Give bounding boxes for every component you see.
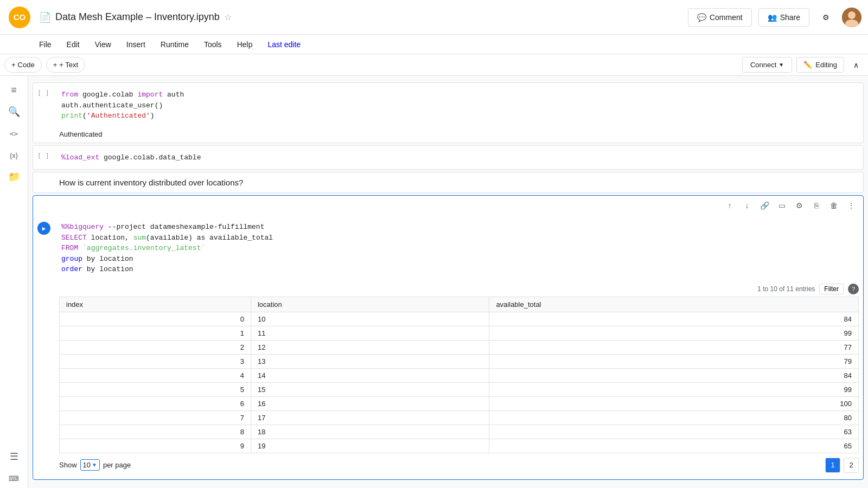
sidebar: ≡ 🔍 <> {x} 📁 ☰ ⌨ (0, 76, 28, 488)
svg-point-1 (848, 11, 856, 19)
menu-runtime[interactable]: Runtime (154, 38, 195, 51)
comment-button[interactable]: 💬 Comment (688, 8, 752, 27)
cell-bracket-bq: ▶ (37, 220, 59, 237)
share-button[interactable]: 👥 Share (758, 8, 809, 27)
expand-button[interactable]: ▭ (774, 198, 789, 213)
doc-title-area: 📄 Data Mesh Example – Inventory.ipynb ☆ (39, 11, 681, 23)
cell-available-total: 100 (489, 396, 859, 410)
help-icon[interactable]: ? (848, 284, 859, 294)
table-header-row: index location available_total (60, 297, 859, 312)
cell-location: 12 (251, 340, 489, 354)
per-page-label: per page (103, 461, 131, 469)
sidebar-variable-icon[interactable]: {x} (4, 145, 24, 165)
cell-index: 9 (60, 439, 251, 453)
cell-location: 15 (251, 382, 489, 396)
col-index: index (60, 297, 251, 312)
comment-icon: 💬 (697, 13, 706, 22)
cell-available-total: 65 (489, 439, 859, 453)
add-text-button[interactable]: + + Text (46, 57, 85, 73)
menu-help[interactable]: Help (231, 38, 259, 51)
more-button[interactable]: ⋮ (844, 198, 859, 213)
run-button[interactable]: ▶ (37, 222, 50, 235)
cell-text-question: How is current inventory distributed ove… (33, 172, 864, 193)
table-row: 0 10 84 (60, 312, 859, 326)
editing-label: Editing (815, 61, 837, 69)
menu-view[interactable]: View (88, 38, 118, 51)
table-row: 1 11 99 (60, 326, 859, 340)
menu-file[interactable]: File (33, 38, 58, 51)
sidebar-code-icon[interactable]: <> (4, 124, 24, 143)
cell-bracket-loadext: [ ] (37, 150, 59, 162)
cell-index: 8 (60, 425, 251, 439)
cell-location: 16 (251, 396, 489, 410)
cell-index: 4 (60, 368, 251, 382)
delete-button[interactable]: 🗑 (826, 198, 841, 213)
data-table-container: 1 to 10 of 11 entries Filter ? index loc… (59, 281, 859, 475)
page-2-button[interactable]: 2 (844, 458, 859, 473)
top-right-actions: 💬 Comment 👥 Share ⚙ (688, 8, 861, 27)
avatar[interactable] (842, 8, 861, 27)
cell-auth-header: [ ] from google.colab import auth auth.a… (33, 83, 863, 128)
sidebar-search-icon[interactable]: 🔍 (4, 102, 24, 121)
table-row: 6 16 100 (60, 396, 859, 410)
logo-circle: CO (9, 7, 30, 28)
link-button[interactable]: 🔗 (757, 198, 772, 213)
col-available-total: available_total (489, 297, 859, 312)
sidebar-terminal-icon[interactable]: ⌨ (4, 468, 24, 488)
cell-location: 14 (251, 368, 489, 382)
settings-button[interactable]: ⚙ (816, 8, 835, 27)
move-down-button[interactable]: ↓ (739, 198, 755, 213)
sidebar-list-icon[interactable]: ☰ (4, 447, 24, 466)
doc-title[interactable]: Data Mesh Example – Inventory.ipynb (55, 11, 220, 23)
per-page-selector[interactable]: 10 ▼ (80, 459, 100, 471)
cell-index: 1 (60, 326, 251, 340)
cell-loadext-code[interactable]: %load_ext google.colab.data_table (61, 150, 859, 165)
cell-index: 0 (60, 312, 251, 326)
cell-loadext-header: [ ] %load_ext google.colab.data_table (33, 146, 863, 170)
star-icon[interactable]: ☆ (224, 12, 232, 22)
show-label: Show (59, 461, 77, 469)
table-row: 7 17 80 (60, 410, 859, 425)
cell-available-total: 63 (489, 425, 859, 439)
page-1-button[interactable]: 1 (825, 458, 840, 473)
cell-available-total: 79 (489, 354, 859, 368)
comment-label: Comment (710, 13, 743, 22)
entries-count: 1 to 10 of 11 entries (757, 285, 815, 293)
cell-bigquery: ↑ ↓ 🔗 ▭ ⚙ ⎘ 🗑 ⋮ ▶ %%bigquery --project d… (33, 195, 864, 480)
text-cell-content: How is current inventory distributed ove… (33, 172, 863, 192)
collapse-button[interactable]: ∧ (848, 57, 864, 73)
menu-edit[interactable]: Edit (60, 38, 86, 51)
cell-available-total: 77 (489, 340, 859, 354)
menu-tools[interactable]: Tools (197, 38, 228, 51)
last-edited-link[interactable]: Last edite (261, 38, 307, 51)
add-code-button[interactable]: + Code (4, 57, 42, 73)
cell-available-total: 84 (489, 368, 859, 382)
menu-insert[interactable]: Insert (120, 38, 152, 51)
cell-bigquery-code[interactable]: %%bigquery --project datameshexample-ful… (61, 220, 859, 277)
plus-icon-2: + (53, 61, 58, 69)
plus-icon: + (11, 61, 16, 69)
colab-logo[interactable]: CO (7, 4, 33, 30)
add-code-label: Code (18, 61, 35, 69)
cell-location: 13 (251, 354, 489, 368)
sidebar-files-icon[interactable]: 📁 (4, 167, 24, 187)
copy-button[interactable]: ⎘ (809, 198, 824, 213)
table-row: 2 12 77 (60, 340, 859, 354)
toolbar-right: Connect ▼ ✏️ Editing ∧ (742, 57, 864, 73)
cell-auth-code[interactable]: from google.colab import auth auth.authe… (61, 87, 859, 124)
move-up-button[interactable]: ↑ (722, 198, 737, 213)
table-info-bar: 1 to 10 of 11 entries Filter ? (59, 281, 859, 297)
cell-available-total: 99 (489, 326, 859, 340)
cell-location: 10 (251, 312, 489, 326)
cell-index: 2 (60, 340, 251, 354)
editing-button[interactable]: ✏️ Editing (796, 57, 844, 73)
cell-available-total: 84 (489, 312, 859, 326)
cell-index: 6 (60, 396, 251, 410)
cell-index: 7 (60, 410, 251, 425)
connect-button[interactable]: Connect ▼ (742, 57, 792, 73)
filter-button[interactable]: Filter (819, 284, 844, 294)
table-row: 4 14 84 (60, 368, 859, 382)
sidebar-menu-icon[interactable]: ≡ (4, 80, 24, 100)
per-page-arrow-icon[interactable]: ▼ (92, 462, 97, 468)
gear-button[interactable]: ⚙ (792, 198, 807, 213)
